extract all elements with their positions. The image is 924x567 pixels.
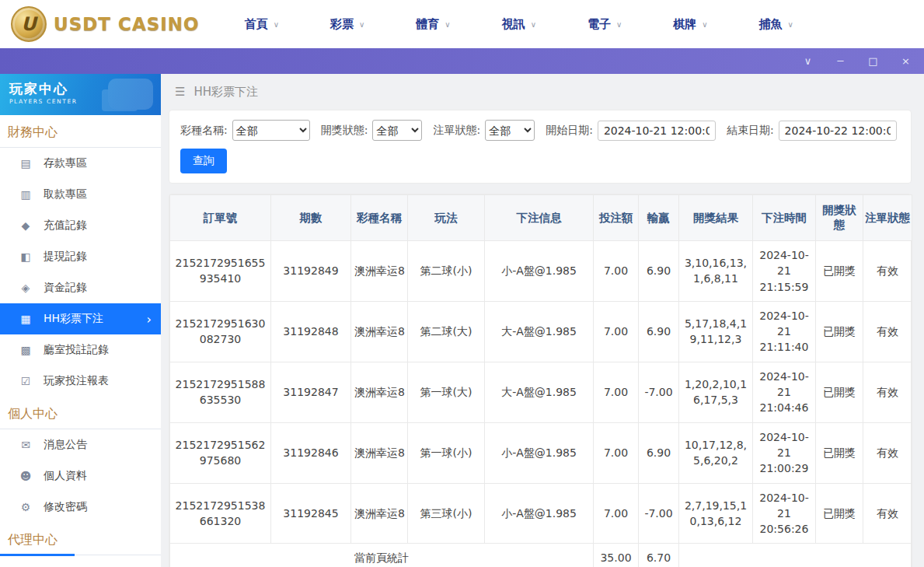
breadcrumb: ☰ HH彩票下注	[161, 74, 924, 110]
end-date-input[interactable]	[779, 121, 897, 141]
section-title: 財務中心	[0, 115, 161, 148]
summary-row: 當前頁統計35.006.70	[170, 544, 912, 567]
table-cell: 7.00	[594, 241, 639, 302]
order-status-select[interactable]: 全部	[485, 120, 535, 141]
password-icon: ⚙	[19, 501, 33, 513]
table-cell: -7.00	[639, 362, 679, 422]
search-button[interactable]: 查詢	[180, 149, 227, 173]
table-cell: 2152172951655935410	[170, 241, 271, 302]
nav-item-label: 電子	[588, 17, 611, 32]
table-cell: 10,17,12,8,5,6,20,2	[679, 422, 753, 483]
sidebar-item-recharge-record[interactable]: ◆充值記錄	[0, 210, 161, 241]
logo-icon: U	[11, 6, 47, 42]
sidebar-item-label: 充值記錄	[44, 219, 87, 233]
nav-item-electronic[interactable]: 電子∨	[588, 17, 622, 32]
table-cell: 31192849	[271, 241, 351, 302]
gamepad-decoration	[108, 79, 153, 110]
room-record-icon: ▩	[19, 344, 33, 356]
order-status-label: 注單狀態:	[433, 124, 480, 138]
table-cell: 澳洲幸运8	[351, 362, 408, 422]
table-cell: 31192848	[271, 301, 351, 362]
column-header: 期數	[271, 195, 351, 241]
nav-item-video[interactable]: 視訊∨	[502, 17, 536, 32]
summary-label: 當前頁統計	[170, 544, 594, 567]
table-cell: 31192846	[271, 422, 351, 483]
nav-item-lottery[interactable]: 彩票∨	[330, 17, 364, 32]
table-cell: 有效	[863, 483, 912, 544]
table-cell: 2024-10-21 21:00:29	[753, 422, 816, 483]
table-cell: 31192847	[271, 362, 351, 422]
draw-status-label: 開獎狀態:	[321, 124, 368, 138]
table-cell: 已開獎	[816, 301, 863, 362]
section-title: 個人中心	[0, 397, 161, 429]
end-date-label: 結束日期:	[727, 124, 774, 138]
sidebar-item-label: 提現記錄	[44, 250, 87, 264]
table-cell: 7.00	[594, 301, 639, 362]
sidebar-item-label: HH彩票下注	[44, 312, 103, 326]
window-chevron-icon[interactable]: ∨	[802, 56, 814, 66]
table-cell: 6.90	[639, 241, 679, 302]
bets-table-card: 訂單號期數彩種名稱玩法下注信息投注額輸贏開獎結果下注時間開獎狀態注單狀態 215…	[169, 194, 912, 567]
summary-empty	[679, 544, 912, 567]
sidebar-item-player-bet-report[interactable]: ☑玩家投注報表	[0, 366, 161, 397]
sidebar-item-hh-lottery-bet[interactable]: ▦HH彩票下注›	[0, 303, 161, 334]
table-cell: -7.00	[639, 483, 679, 544]
table-cell: 1,20,2,10,16,17,5,3	[679, 362, 753, 422]
table-cell: 7.00	[594, 362, 639, 422]
sidebar-item-withdraw-area[interactable]: ▥取款專區	[0, 179, 161, 210]
lottery-bet-icon: ▦	[19, 313, 33, 325]
nav-item-label: 視訊	[502, 17, 525, 32]
sidebar-item-room-bet-record[interactable]: ▩廳室投註記錄	[0, 334, 161, 366]
column-header: 投注額	[594, 195, 639, 241]
window-minimize-icon[interactable]: ─	[835, 56, 846, 66]
table-cell: 第三球(小)	[408, 483, 485, 544]
table-cell: 6.90	[639, 422, 679, 483]
sidebar-item-profile[interactable]: ☻個人資料	[0, 460, 161, 492]
nav-item-chess[interactable]: 棋牌∨	[673, 17, 707, 32]
table-cell: 有效	[863, 362, 912, 422]
nav-item-home[interactable]: 首頁∨	[245, 17, 279, 32]
table-cell: 澳洲幸运8	[351, 241, 408, 302]
sidebar-header: 玩家中心 PLAYERS CENTER	[0, 74, 161, 115]
sidebar-item-change-password[interactable]: ⚙修改密碼	[0, 492, 161, 523]
page-title: HH彩票下注	[194, 85, 258, 100]
sidebar-item-withdraw-record[interactable]: ◧提現記錄	[0, 241, 161, 272]
column-header: 輸贏	[639, 195, 679, 241]
nav-item-fishing[interactable]: 捕魚∨	[759, 17, 793, 32]
column-header: 下注信息	[485, 195, 594, 241]
lottery-select[interactable]: 全部	[232, 120, 310, 141]
table-cell: 澳洲幸运8	[351, 483, 408, 544]
window-close-icon[interactable]: ×	[900, 56, 912, 66]
sidebar-item-deposit-area[interactable]: ▤存款專區	[0, 148, 161, 179]
window-maximize-icon[interactable]: □	[867, 56, 879, 66]
column-header: 開獎狀態	[816, 195, 863, 241]
deposit-icon: ▤	[19, 157, 33, 170]
sidebar-item-funds-record[interactable]: ◈資金記錄	[0, 272, 161, 303]
summary-bet: 35.00	[594, 544, 639, 567]
nav-item-label: 棋牌	[673, 17, 696, 32]
top-bar: U USDT CASINO 首頁∨彩票∨體育∨視訊∨電子∨棋牌∨捕魚∨	[0, 0, 924, 48]
top-nav: 首頁∨彩票∨體育∨視訊∨電子∨棋牌∨捕魚∨	[245, 17, 793, 32]
start-date-input[interactable]	[598, 121, 716, 141]
column-header: 開獎結果	[679, 195, 753, 241]
table-cell: 已開獎	[816, 483, 863, 544]
table-cell: 澳洲幸运8	[351, 422, 408, 483]
nav-item-sports[interactable]: 體育∨	[416, 17, 450, 32]
filter-panel: 彩種名稱: 全部 開獎狀態: 全部 注單狀態: 全部 開始日期: 結束日期: 查…	[169, 110, 912, 184]
sidebar-item-announcement[interactable]: ✉消息公告	[0, 429, 161, 460]
nav-item-label: 彩票	[330, 17, 354, 32]
nav-item-label: 捕魚	[759, 17, 783, 32]
table-row: 215217295158863553031192847澳洲幸运8第一球(大)大-…	[170, 362, 912, 422]
table-cell: 第一球(大)	[408, 362, 485, 422]
table-row: 215217295163008273031192848澳洲幸运8第二球(大)大-…	[170, 301, 912, 362]
column-header: 注單狀態	[863, 195, 912, 241]
table-cell: 2152172951538661320	[170, 483, 271, 544]
table-cell: 有效	[863, 241, 912, 302]
window-title-bar: ∨ ─ □ ×	[0, 48, 924, 74]
hamburger-icon[interactable]: ☰	[175, 85, 185, 99]
draw-status-select[interactable]: 全部	[372, 120, 422, 141]
profile-icon: ☻	[19, 470, 33, 482]
sidebar-item-label: 玩家投注報表	[44, 374, 109, 388]
nav-item-label: 首頁	[245, 17, 268, 32]
sidebar-item-label: 個人資料	[44, 469, 87, 483]
